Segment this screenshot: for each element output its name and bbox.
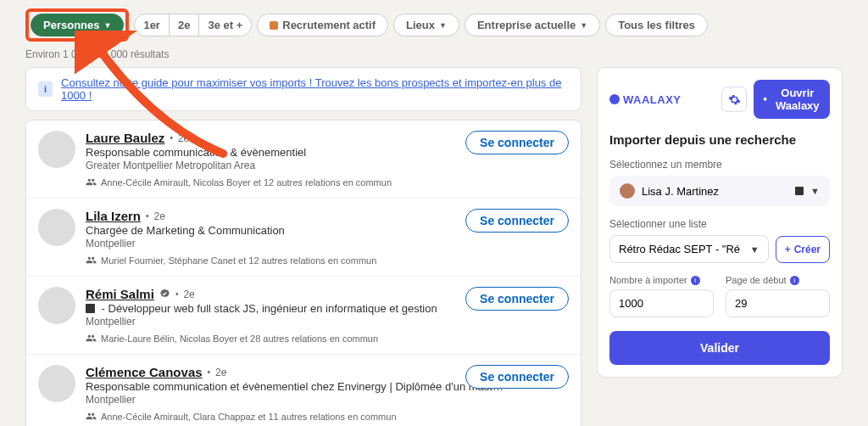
result-row: Laure Baulez•2eResponsable communication… [26,121,581,199]
people-icon [86,411,97,422]
plus-icon: + [785,244,791,255]
filter-company[interactable]: Entreprise actuelle ▼ [465,14,600,36]
gear-icon [728,93,741,106]
avatar[interactable] [38,209,75,246]
result-mutual: Anne-Cécile Amirault, Nicolas Boyer et 1… [86,177,569,188]
filter-recruiting-label: Recrutement actif [282,19,376,31]
result-degree: 2e [215,367,226,378]
people-icon [86,255,97,266]
avatar[interactable] [38,365,75,402]
result-location: Montpellier [86,316,569,328]
filter-locations[interactable]: Lieux ▼ [393,14,459,36]
import-guide-link[interactable]: Consultez notre guide pour maximiser vos… [61,76,569,102]
filter-recruiting[interactable]: Recrutement actif [257,14,388,36]
degree-1[interactable]: 1er [134,14,170,36]
settings-button[interactable] [721,87,747,112]
filter-bar: Personnes ▼ 1er 2e 3e et + Recrutement a… [0,0,868,47]
open-waalaxy-button[interactable]: Ouvrir Waalaxy [754,80,830,119]
page-label: Page de début i [726,275,830,285]
degree-filter-group: 1er 2e 3e et + [134,14,252,36]
validate-button[interactable]: Valider [609,331,830,365]
result-location: Greater Montpellier Metropolitan Area [86,160,569,171]
page-input[interactable] [726,289,830,317]
result-row: Lila Izern•2eChargée de Marketing & Comm… [26,199,581,277]
dot-separator: • [175,289,179,299]
results-count: Environ 1 080 000 000 résultats [0,47,868,67]
member-avatar-icon [620,183,635,199]
result-mutual: Marie-Laure Bélin, Nicolas Boyer et 28 a… [86,333,569,344]
info-icon: i [790,276,799,285]
result-row: Clémence Canovas•2eResponsable communica… [26,355,581,426]
member-select[interactable]: Lisa J. Martinez ▼ [609,176,830,206]
result-degree: 2e [154,210,165,222]
caret-down-icon: ▼ [580,21,587,30]
open-btn-label: Ouvrir Waalaxy [774,87,821,112]
people-icon [86,333,97,344]
people-icon [86,177,97,188]
avatar[interactable] [38,287,75,324]
company-badge-icon [86,304,95,313]
result-name[interactable]: Lila Izern [86,209,141,223]
member-value: Lisa J. Martinez [642,185,788,198]
result-name[interactable]: Clémence Canovas [86,365,203,379]
caret-down-icon: ▼ [439,21,447,30]
filter-company-label: Entreprise actuelle [477,19,576,31]
count-label: Nombre à importer i [609,275,714,285]
result-degree: 2e [183,289,194,300]
result-degree: 2e [178,132,189,144]
chevron-down-icon: ▼ [750,244,760,255]
label-tag-icon [795,187,804,195]
result-location: Montpellier [86,238,569,249]
degree-2[interactable]: 2e [170,14,198,36]
info-icon: i [691,276,700,285]
result-location: Montpellier [86,394,569,406]
rocket-icon [762,94,768,104]
count-input[interactable] [609,289,714,317]
list-value: Rétro Rédac SEPT - "Ré [619,243,750,255]
brand-dot-icon [609,94,620,104]
result-row: Rémi Salmi•2e - Développeur web full sta… [26,277,581,355]
import-heading: Importer depuis une recherche [609,132,830,147]
waalaxy-panel: WAALAXY Ouvrir Waalaxy Importer depuis u… [597,67,843,378]
import-guide-banner: i Consultez notre guide pour maximiser v… [25,67,581,111]
result-mutual: Anne-Cécile Amirault, Clara Chappaz et 1… [86,411,569,422]
degree-3plus[interactable]: 3e et + [198,14,252,36]
verified-icon [159,289,170,300]
result-name[interactable]: Laure Baulez [86,131,164,145]
filter-all[interactable]: Tous les filtres [605,14,708,36]
member-label: Sélectionnez un membre [609,159,830,171]
brand-text: WAALAXY [623,93,682,106]
result-name[interactable]: Rémi Salmi [86,287,154,301]
list-label: Sélectionner une liste [609,218,830,230]
list-select[interactable]: Rétro Rédac SEPT - "Ré ▼ [609,235,769,263]
create-btn-label: Créer [794,244,821,255]
filter-personnes-label: Personnes [43,19,99,31]
caret-down-icon: ▼ [103,21,111,30]
create-list-button[interactable]: + Créer [776,236,830,263]
dot-separator: • [146,211,149,221]
chevron-down-icon: ▼ [810,186,820,196]
filter-personnes[interactable]: Personnes ▼ [31,14,124,36]
waalaxy-brand: WAALAXY [609,93,682,106]
recruiting-badge-icon [270,21,278,30]
filter-locations-label: Lieux [406,19,435,31]
connect-button[interactable]: Se connecter [465,287,569,311]
connect-button[interactable]: Se connecter [465,131,569,154]
connect-button[interactable]: Se connecter [465,209,569,233]
highlight-annotation: Personnes ▼ [25,8,129,42]
connect-button[interactable]: Se connecter [465,365,569,389]
result-mutual: Muriel Fournier, Stéphane Canet et 12 au… [86,255,569,266]
dot-separator: • [170,133,173,143]
info-icon: i [38,81,53,97]
results-list: Laure Baulez•2eResponsable communication… [25,120,581,426]
dot-separator: • [208,367,211,377]
avatar[interactable] [38,131,75,168]
